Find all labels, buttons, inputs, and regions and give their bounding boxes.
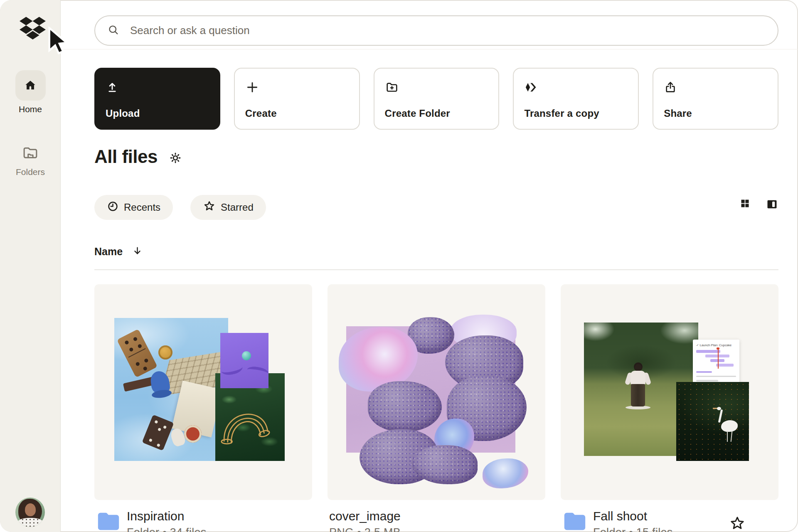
header-divider <box>61 49 798 49</box>
file-row: Inspiration Folder • 34 files <box>94 509 312 532</box>
main-content: Upload Create Create Folder <box>61 0 798 532</box>
starred-chip[interactable]: Starred <box>190 195 266 220</box>
search-bar[interactable] <box>94 15 778 46</box>
home-icon <box>15 70 46 101</box>
sort-column-label: Name <box>94 246 123 258</box>
share-button-label: Share <box>664 108 692 119</box>
share-button[interactable]: Share <box>653 68 778 130</box>
thumb-photo-egret <box>676 382 749 461</box>
thumb-image-purple-ball <box>220 333 268 388</box>
gear-icon <box>168 151 182 166</box>
folder-plus-icon <box>385 80 399 94</box>
file-thumbnail[interactable] <box>328 284 545 500</box>
avatar-face <box>25 503 36 516</box>
dropbox-app-window: Home Folders <box>0 0 798 532</box>
filter-chips: Recents Starred <box>94 195 266 220</box>
transfer-copy-button-label: Transfer a copy <box>524 108 599 119</box>
create-folder-button-label: Create Folder <box>385 108 450 119</box>
action-buttons: Upload Create Create Folder <box>94 68 778 130</box>
thumb-photo-sky-games <box>114 318 228 461</box>
upload-icon <box>106 80 119 94</box>
file-card-fall-shoot: ✓ Launch Plan: Cupcake <box>561 284 778 532</box>
file-row: Fall shoot Folder • 15 files <box>561 509 778 532</box>
file-card-cover-image: cover_image PNG • 2.5 MB <box>328 284 545 532</box>
star-icon <box>729 527 746 532</box>
avatar-shirt <box>17 518 44 527</box>
sort-header-name[interactable]: Name <box>94 245 143 258</box>
share-icon <box>664 80 677 94</box>
file-grid: Inspiration Folder • 34 files <box>94 284 778 532</box>
file-name[interactable]: Inspiration <box>127 509 207 523</box>
folder-icon <box>563 510 586 532</box>
create-button-label: Create <box>245 108 277 119</box>
file-meta: Folder • 34 files <box>127 526 207 532</box>
arrow-down-icon <box>132 245 143 258</box>
sidebar-item-folders[interactable]: Folders <box>0 142 61 177</box>
dropbox-logo-icon[interactable] <box>20 17 46 40</box>
sidebar: Home Folders <box>0 0 61 532</box>
split-view-button[interactable] <box>766 198 778 212</box>
search-icon <box>108 24 119 37</box>
file-thumbnail[interactable]: ✓ Launch Plan: Cupcake <box>561 284 778 500</box>
file-meta: PNG • 2.5 MB <box>329 526 401 532</box>
create-folder-button[interactable]: Create Folder <box>374 68 500 130</box>
file-name[interactable]: cover_image <box>329 509 401 523</box>
file-thumbnail[interactable] <box>94 284 312 500</box>
transfer-copy-button[interactable]: Transfer a copy <box>513 68 639 130</box>
settings-button[interactable] <box>168 151 182 166</box>
view-toggles <box>739 198 778 212</box>
recents-chip[interactable]: Recents <box>94 195 173 220</box>
upload-button-label: Upload <box>106 108 140 119</box>
doc-title: ✓ Launch Plan: Cupcake <box>696 343 736 347</box>
thumb-image-purple-blobs <box>346 326 515 453</box>
star-file-button[interactable] <box>729 515 746 532</box>
file-meta: Folder • 15 files <box>593 526 673 532</box>
star-icon <box>203 200 216 215</box>
upload-button[interactable]: Upload <box>94 68 220 130</box>
folder-icon <box>97 510 120 532</box>
page-title: All files <box>94 146 158 167</box>
file-card-inspiration: Inspiration Folder • 34 files <box>94 284 312 532</box>
sidebar-item-label: Folders <box>16 167 45 177</box>
folders-icon <box>15 142 46 163</box>
page-title-row: All files <box>94 146 182 167</box>
recents-chip-label: Recents <box>124 202 160 213</box>
split-view-icon <box>766 198 778 212</box>
file-row: cover_image PNG • 2.5 MB <box>328 509 545 532</box>
create-button[interactable]: Create <box>234 68 360 130</box>
plus-icon <box>245 80 259 94</box>
clock-icon <box>107 200 119 215</box>
starred-chip-label: Starred <box>221 202 254 213</box>
list-divider <box>94 269 778 270</box>
file-name[interactable]: Fall shoot <box>593 509 673 523</box>
search-input[interactable] <box>130 24 765 37</box>
sidebar-item-label: Home <box>19 104 42 114</box>
transfer-icon <box>524 80 537 94</box>
sidebar-item-home[interactable]: Home <box>0 70 61 114</box>
account-avatar[interactable] <box>15 498 45 527</box>
grid-view-icon <box>739 198 751 212</box>
grid-view-button[interactable] <box>739 198 751 212</box>
